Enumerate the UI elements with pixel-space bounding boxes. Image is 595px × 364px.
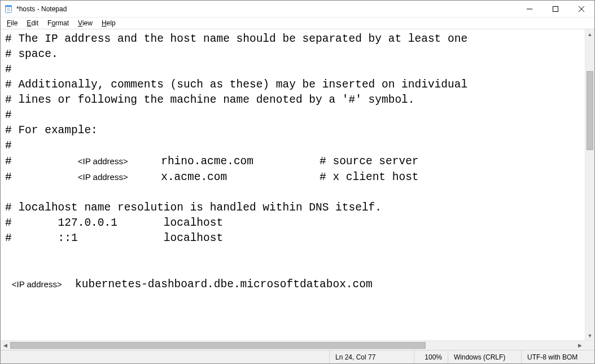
scroll-down-arrow-icon[interactable]: ▼: [585, 331, 594, 340]
editor-line: [5, 185, 581, 200]
menu-help[interactable]: Help: [98, 19, 120, 28]
status-encoding: UTF-8 with BOM: [521, 350, 594, 363]
editor-line: # lines or following the machine name de…: [5, 93, 581, 108]
editor-line: # ::1 localhost: [5, 231, 581, 246]
maximize-button[interactable]: [542, 1, 568, 17]
editor-line: <IP address> kubernetes-dashboard.dbe.mi…: [5, 277, 581, 292]
status-cursor-position: Ln 24, Col 77: [329, 350, 414, 363]
title-bar: *hosts - Notepad: [1, 1, 594, 17]
text-editor[interactable]: # The IP address and the host name shoul…: [1, 29, 585, 340]
close-button[interactable]: [568, 1, 594, 17]
menu-edit[interactable]: Edit: [23, 19, 42, 28]
editor-line: # space.: [5, 47, 581, 62]
svg-rect-1: [6, 5, 12, 7]
menu-file[interactable]: File: [3, 19, 21, 28]
editor-line: # The IP address and the host name shoul…: [5, 32, 581, 47]
menu-bar: File Edit Format View Help: [1, 17, 594, 29]
editor-line: [5, 246, 581, 261]
scroll-left-arrow-icon[interactable]: ◀: [1, 341, 10, 350]
scroll-corner: [585, 341, 594, 350]
vertical-scroll-thumb[interactable]: [587, 71, 593, 150]
editor-line: # For example:: [5, 123, 581, 138]
status-zoom: 100%: [414, 350, 448, 363]
editor-area: # The IP address and the host name shoul…: [1, 29, 594, 340]
editor-line: # localhost name resolution is handled w…: [5, 200, 581, 216]
editor-line: #: [5, 138, 581, 154]
horizontal-scroll-thumb[interactable]: [10, 342, 426, 349]
status-bar: Ln 24, Col 77 100% Windows (CRLF) UTF-8 …: [1, 350, 594, 363]
window-title: *hosts - Notepad: [16, 5, 67, 13]
editor-line: #: [5, 108, 581, 123]
minimize-button[interactable]: [517, 1, 542, 17]
horizontal-scrollbar[interactable]: ◀ ▶: [1, 340, 594, 350]
svg-rect-6: [553, 6, 558, 11]
editor-line: # <IP address> x.acme.com # x client hos…: [5, 169, 581, 185]
horizontal-scroll-track[interactable]: [10, 341, 575, 350]
menu-view[interactable]: View: [74, 19, 97, 28]
status-line-ending: Windows (CRLF): [448, 350, 521, 363]
editor-line: # Additionally, comments (such as these)…: [5, 77, 581, 93]
editor-line: # 127.0.0.1 localhost: [5, 216, 581, 231]
menu-format[interactable]: Format: [43, 19, 73, 28]
editor-line: #: [5, 62, 581, 77]
notepad-icon: [4, 5, 13, 14]
vertical-scrollbar[interactable]: ▲ ▼: [585, 29, 594, 340]
scroll-right-arrow-icon[interactable]: ▶: [575, 341, 585, 350]
status-spacer: [1, 350, 329, 363]
editor-line: [5, 261, 581, 277]
scroll-up-arrow-icon[interactable]: ▲: [585, 29, 594, 39]
editor-line: # <IP address> rhino.acme.com # source s…: [5, 154, 581, 169]
